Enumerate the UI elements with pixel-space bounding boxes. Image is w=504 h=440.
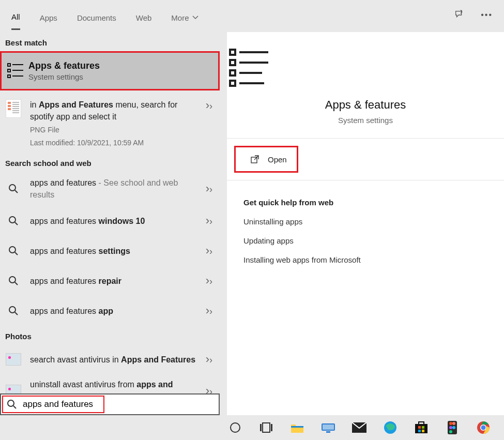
chevron-right-icon[interactable]: ›	[206, 353, 212, 366]
svg-line-13	[15, 282, 18, 285]
svg-point-6	[9, 185, 16, 191]
svg-point-47	[452, 426, 455, 429]
chevron-right-icon[interactable]: ›	[206, 182, 212, 195]
chevron-right-icon[interactable]: ›	[206, 304, 212, 317]
chevron-right-icon[interactable]: ›	[206, 244, 212, 257]
photo-thumbnail-icon	[5, 350, 22, 369]
svg-rect-31	[291, 426, 303, 428]
svg-rect-18	[230, 60, 235, 65]
svg-rect-0	[8, 64, 10, 66]
search-box[interactable]	[0, 393, 220, 415]
open-button[interactable]: Open	[234, 146, 298, 173]
file-explorer-icon[interactable]	[289, 420, 305, 435]
svg-point-51	[481, 426, 486, 430]
svg-line-11	[15, 252, 18, 255]
cortana-icon[interactable]	[227, 420, 243, 435]
svg-rect-4	[8, 75, 10, 78]
svg-rect-40	[422, 426, 424, 429]
web-result[interactable]: apps and features app ›	[0, 296, 220, 326]
svg-line-9	[15, 222, 18, 225]
mail-icon[interactable]	[352, 420, 367, 435]
svg-rect-22	[230, 81, 235, 86]
open-label: Open	[268, 155, 287, 164]
svg-point-8	[9, 217, 16, 223]
chevron-right-icon[interactable]: ›	[206, 214, 212, 227]
svg-rect-28	[260, 424, 262, 431]
microsoft-store-icon[interactable]	[414, 420, 429, 435]
svg-rect-30	[271, 424, 272, 431]
help-link[interactable]: Installing web apps from Microsoft	[243, 255, 504, 264]
web-result[interactable]: apps and features - See school and web r…	[0, 172, 220, 206]
tab-all[interactable]: All	[11, 9, 20, 30]
help-link[interactable]: Updating apps	[243, 236, 504, 245]
svg-line-15	[15, 312, 18, 315]
help-header: Get quick help from web	[243, 198, 504, 207]
chrome-icon[interactable]	[476, 420, 491, 435]
search-icon	[5, 211, 22, 231]
settings-list-icon	[4, 58, 28, 83]
chevron-right-icon[interactable]: ›	[206, 274, 212, 287]
photo-result[interactable]: search avast antivirus in Apps and Featu…	[0, 345, 220, 374]
taskbar	[0, 415, 504, 440]
results-pane: Best match Apps & features System settin…	[0, 32, 220, 415]
search-icon	[5, 301, 22, 321]
svg-rect-37	[415, 424, 427, 433]
help-link[interactable]: Uninstalling apps	[243, 217, 504, 226]
search-icon	[5, 241, 22, 261]
search-input[interactable]	[23, 395, 219, 414]
svg-point-46	[449, 426, 452, 429]
best-match-subtitle: System settings	[28, 72, 100, 81]
svg-point-45	[452, 422, 455, 425]
edge-icon[interactable]	[383, 420, 398, 435]
svg-rect-29	[263, 423, 270, 432]
preview-title: Apps & features	[227, 98, 504, 112]
file-thumbnail-icon	[5, 99, 22, 118]
task-view-icon[interactable]	[258, 420, 274, 435]
search-icon	[5, 271, 22, 291]
tab-more-label: More	[171, 13, 189, 22]
preview-subtitle: System settings	[227, 116, 504, 125]
svg-rect-2	[8, 69, 10, 72]
svg-point-44	[449, 422, 452, 425]
section-best-match: Best match	[0, 32, 220, 51]
svg-line-26	[13, 406, 16, 408]
svg-line-7	[15, 190, 18, 193]
svg-point-48	[449, 430, 452, 433]
search-icon	[1, 399, 23, 409]
file-result-modified: Last modified: 10/9/2021, 10:59 AM	[30, 138, 202, 148]
onscreen-keyboard-icon[interactable]	[320, 420, 336, 435]
more-options-icon[interactable]: •••	[481, 10, 493, 20]
file-result-text: in Apps and Features menu, search for sp…	[30, 100, 177, 121]
svg-point-12	[9, 277, 16, 283]
chevron-right-icon[interactable]: ›	[206, 99, 212, 112]
tab-apps[interactable]: Apps	[40, 10, 57, 22]
file-result[interactable]: in Apps and Features menu, search for sp…	[0, 90, 220, 153]
search-filter-tabs: All Apps Documents Web More •••	[0, 0, 504, 32]
tab-web[interactable]: Web	[136, 10, 152, 22]
open-icon	[250, 155, 259, 164]
search-icon	[5, 179, 22, 199]
web-result[interactable]: apps and features settings ›	[0, 236, 220, 266]
svg-rect-42	[422, 430, 424, 432]
file-result-type: PNG File	[30, 125, 202, 135]
svg-rect-39	[418, 426, 421, 429]
tab-documents[interactable]: Documents	[77, 10, 116, 22]
svg-rect-41	[418, 430, 421, 432]
svg-point-10	[9, 247, 16, 253]
svg-rect-16	[230, 50, 235, 55]
section-search-web: Search school and web	[0, 153, 220, 172]
tab-more[interactable]: More	[171, 10, 198, 22]
svg-rect-38	[419, 422, 424, 424]
svg-point-27	[231, 423, 240, 432]
figma-icon[interactable]	[445, 420, 460, 435]
settings-list-large-icon	[227, 47, 272, 87]
best-match-result[interactable]: Apps & features System settings	[0, 51, 220, 90]
svg-point-25	[8, 400, 14, 406]
preview-pane: Apps & features System settings Open Get…	[227, 32, 504, 415]
feedback-icon[interactable]	[454, 9, 465, 21]
web-result[interactable]: apps and features windows 10 ›	[0, 206, 220, 236]
svg-rect-20	[230, 70, 235, 75]
svg-rect-33	[323, 424, 334, 430]
divider	[227, 138, 504, 139]
web-result[interactable]: apps and features repair ›	[0, 266, 220, 296]
